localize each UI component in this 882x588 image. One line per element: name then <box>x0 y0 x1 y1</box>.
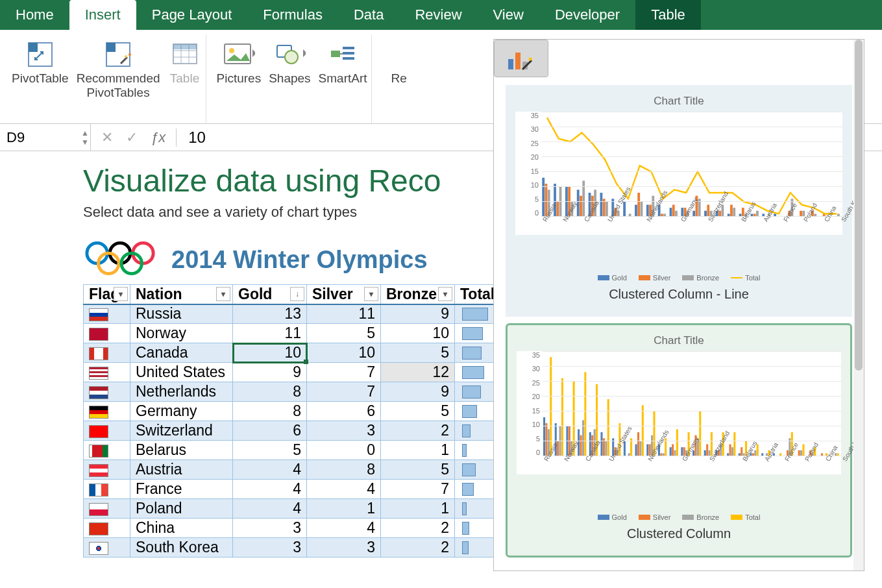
bronze-cell[interactable]: 10 <box>381 324 455 343</box>
nation-cell[interactable]: Canada <box>130 343 233 363</box>
column-header-bronze[interactable]: Bronze▾ <box>381 285 455 304</box>
insert-table-button[interactable]: Table <box>164 35 206 88</box>
chart-preview-clustered-column[interactable]: Chart Title35302520151050RussiaNorwayCan… <box>506 323 852 557</box>
table-row[interactable]: Canada10105 <box>84 343 500 363</box>
bronze-cell[interactable]: 7 <box>381 480 455 499</box>
gold-cell[interactable]: 13 <box>233 304 307 324</box>
silver-cell[interactable]: 4 <box>307 519 381 538</box>
gold-cell[interactable]: 3 <box>233 538 307 557</box>
nation-cell[interactable]: Norway <box>130 324 233 343</box>
column-header-silver[interactable]: Silver▾ <box>307 285 381 304</box>
recommended-charts-truncated[interactable]: Re <box>378 35 420 88</box>
bronze-cell[interactable]: 9 <box>381 304 455 324</box>
bronze-cell[interactable]: 2 <box>381 519 455 538</box>
column-header-nation[interactable]: Nation▾ <box>130 285 233 304</box>
bronze-cell[interactable]: 2 <box>381 421 455 441</box>
table-row[interactable]: Netherlands879 <box>84 382 500 402</box>
table-row[interactable]: United States9712 <box>84 363 500 382</box>
recommended-pivot-button[interactable]: Recommended PivotTables <box>73 35 164 103</box>
table-row[interactable]: Russia13119 <box>84 304 500 324</box>
namebox-spinner[interactable]: ▲▼ <box>81 129 89 147</box>
column-header-flag[interactable]: Flag▾ <box>84 285 130 304</box>
nation-cell[interactable]: Poland <box>130 499 233 519</box>
gold-cell[interactable]: 8 <box>233 382 307 402</box>
table-row[interactable]: Norway11510 <box>84 324 500 343</box>
filter-dropdown-icon[interactable]: ▾ <box>216 287 230 301</box>
tab-formulas[interactable]: Formulas <box>247 0 338 30</box>
scrollbar-thumb[interactable] <box>855 40 863 371</box>
filter-dropdown-icon[interactable]: ▾ <box>364 287 378 301</box>
tab-table[interactable]: Table <box>635 0 701 30</box>
bronze-cell[interactable]: 5 <box>381 402 455 421</box>
nation-cell[interactable]: France <box>130 480 233 499</box>
silver-cell[interactable]: 3 <box>307 421 381 441</box>
gold-cell[interactable]: 8 <box>233 402 307 421</box>
gold-cell[interactable]: 9 <box>233 363 307 382</box>
silver-cell[interactable]: 7 <box>307 382 381 402</box>
tab-page-layout[interactable]: Page Layout <box>136 0 248 30</box>
silver-cell[interactable]: 1 <box>307 499 381 519</box>
gold-cell[interactable]: 4 <box>233 460 307 480</box>
nation-cell[interactable]: Germany <box>130 402 233 421</box>
silver-cell[interactable]: 7 <box>307 363 381 382</box>
table-row[interactable]: Germany865 <box>84 402 500 421</box>
gold-cell[interactable]: 5 <box>233 441 307 460</box>
gold-cell[interactable]: 11 <box>233 324 307 343</box>
filter-dropdown-icon[interactable]: ▾ <box>114 287 128 301</box>
gold-cell[interactable]: 4 <box>233 480 307 499</box>
tab-view[interactable]: View <box>478 0 539 30</box>
fx-icon[interactable]: ƒx <box>151 129 165 146</box>
nation-cell[interactable]: Netherlands <box>130 382 233 402</box>
nation-cell[interactable]: South Korea <box>130 538 233 557</box>
silver-cell[interactable]: 4 <box>307 480 381 499</box>
tab-home[interactable]: Home <box>0 0 69 30</box>
pictures-button[interactable]: Pictures <box>213 35 265 88</box>
table-row[interactable]: France447 <box>84 480 500 499</box>
gold-cell[interactable]: 10 <box>233 343 307 363</box>
bronze-cell[interactable]: 1 <box>381 499 455 519</box>
chart-preview-clustered-column-line[interactable]: Chart Title35302520151050RussiaNorwayCan… <box>506 85 852 317</box>
table-row[interactable]: Belarus501 <box>84 441 500 460</box>
table-row[interactable]: Austria485 <box>84 460 500 480</box>
bronze-cell[interactable]: 5 <box>381 460 455 480</box>
enter-icon[interactable]: ✓ <box>126 129 138 146</box>
silver-cell[interactable]: 0 <box>307 441 381 460</box>
formula-value[interactable]: 10 <box>176 129 217 147</box>
table-row[interactable]: Poland411 <box>84 499 500 519</box>
table-row[interactable]: Switzerland632 <box>84 421 500 441</box>
silver-cell[interactable]: 6 <box>307 402 381 421</box>
recommended-charts-button[interactable] <box>494 40 548 77</box>
nation-cell[interactable]: Belarus <box>130 441 233 460</box>
silver-cell[interactable]: 8 <box>307 460 381 480</box>
silver-cell[interactable]: 10 <box>307 343 381 363</box>
bronze-cell[interactable]: 12 <box>381 363 455 382</box>
shapes-button[interactable]: Shapes <box>265 35 314 88</box>
nation-cell[interactable]: Switzerland <box>130 421 233 441</box>
bronze-cell[interactable]: 2 <box>381 538 455 557</box>
silver-cell[interactable]: 11 <box>307 304 381 324</box>
table-row[interactable]: South Korea332 <box>84 538 500 557</box>
bronze-cell[interactable]: 9 <box>381 382 455 402</box>
nation-cell[interactable]: United States <box>130 363 233 382</box>
nation-cell[interactable]: China <box>130 519 233 538</box>
gold-cell[interactable]: 3 <box>233 519 307 538</box>
bronze-cell[interactable]: 1 <box>381 441 455 460</box>
name-box[interactable]: D9 ▲▼ <box>0 124 91 151</box>
silver-cell[interactable]: 5 <box>307 324 381 343</box>
nation-cell[interactable]: Russia <box>130 304 233 324</box>
bronze-cell[interactable]: 5 <box>381 343 455 363</box>
filter-dropdown-icon[interactable]: ▾ <box>438 287 452 301</box>
tab-review[interactable]: Review <box>399 0 477 30</box>
filter-dropdown-icon[interactable]: ↓ <box>290 287 304 301</box>
gold-cell[interactable]: 6 <box>233 421 307 441</box>
silver-cell[interactable]: 3 <box>307 538 381 557</box>
pivottable-button[interactable]: PivotTable <box>8 35 73 88</box>
tab-insert[interactable]: Insert <box>69 0 136 30</box>
nation-cell[interactable]: Austria <box>130 460 233 480</box>
tab-developer[interactable]: Developer <box>539 0 635 30</box>
smartart-button[interactable]: SmartArt <box>315 35 371 88</box>
cancel-icon[interactable]: ✕ <box>101 129 113 146</box>
gold-cell[interactable]: 4 <box>233 499 307 519</box>
tab-data[interactable]: Data <box>338 0 399 30</box>
table-row[interactable]: China342 <box>84 519 500 538</box>
